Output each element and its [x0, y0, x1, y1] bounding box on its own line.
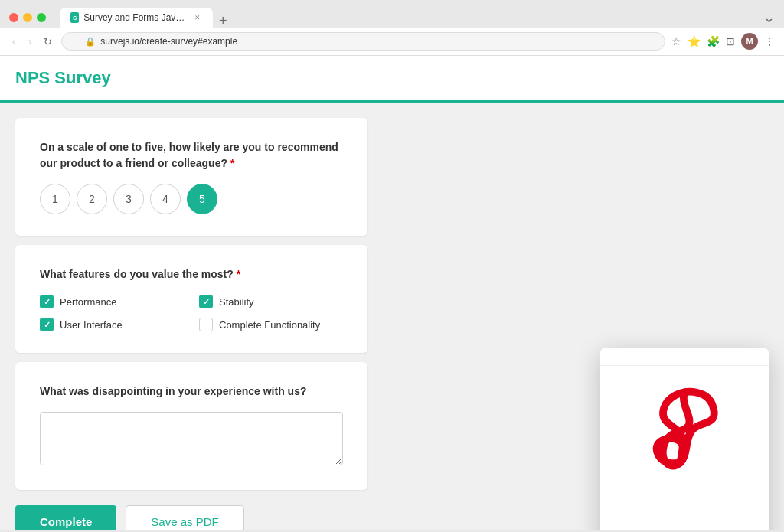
save-as-pdf-button[interactable]: Save as PDF: [126, 505, 243, 530]
rating-1-button[interactable]: 1: [40, 184, 70, 214]
checkmark-stability: ✓: [203, 297, 210, 307]
address-bar[interactable]: 🔒 survejs.io/create-survey#example: [61, 32, 665, 51]
disappointing-textarea[interactable]: [40, 412, 343, 465]
window-collapse-button[interactable]: ⌄: [763, 9, 775, 26]
checkbox-stability[interactable]: ✓ Stability: [199, 295, 343, 308]
question-2-text: What features do you value the most? *: [40, 266, 343, 282]
extensions-icon[interactable]: 🧩: [707, 35, 720, 47]
pdf-popup-body: [600, 366, 769, 501]
checkmark-ui: ✓: [44, 320, 51, 330]
checkmark-performance: ✓: [44, 297, 51, 307]
pdf-popup: ↗: [600, 348, 769, 530]
minimize-window-button[interactable]: [23, 13, 32, 22]
pdf-icon: [635, 380, 734, 479]
checkbox-cf-label: Complete Functionality: [219, 319, 320, 331]
survey-title: NPS Survey: [15, 68, 769, 88]
toolbar-icons: ☆ ⭐ 🧩 ⊡ M ⋮: [671, 33, 775, 50]
checkbox-ui-box: ✓: [40, 318, 54, 331]
back-button[interactable]: ‹: [9, 34, 19, 49]
checkbox-stability-box: ✓: [199, 295, 213, 308]
survey-header: NPS Survey: [0, 56, 784, 103]
star-icon[interactable]: ⭐: [688, 35, 701, 47]
tab-favicon-icon: S: [70, 12, 79, 23]
rating-3-button[interactable]: 3: [113, 184, 144, 214]
active-tab[interactable]: S Survey and Forms JavaScript ... ✕: [60, 8, 213, 28]
bookmark-icon[interactable]: ☆: [671, 35, 681, 47]
rating-5-button[interactable]: 5: [187, 184, 217, 214]
page-content: NPS Survey On a scale of one to five, ho…: [0, 56, 784, 530]
question-1-card: On a scale of one to five, how likely ar…: [15, 118, 368, 236]
checkbox-cf-box: [199, 318, 213, 331]
user-avatar[interactable]: M: [741, 33, 758, 50]
maximize-window-button[interactable]: [37, 13, 46, 22]
survey-body: On a scale of one to five, how likely ar…: [0, 103, 784, 530]
rating-2-button[interactable]: 2: [77, 184, 107, 214]
checkbox-stability-label: Stability: [219, 296, 254, 308]
new-tab-button[interactable]: +: [213, 14, 234, 28]
required-star-1: *: [230, 157, 234, 169]
checkbox-ui-label: User Interface: [60, 319, 122, 331]
checkbox-performance-label: Performance: [60, 296, 116, 308]
tab-bar: S Survey and Forms JavaScript ... ✕ +: [60, 8, 757, 28]
checkbox-performance-box: ✓: [40, 295, 54, 308]
lock-icon: 🔒: [85, 37, 96, 47]
refresh-button[interactable]: ↻: [41, 34, 55, 49]
question-3-card: What was disappointing in your experienc…: [15, 362, 368, 490]
close-window-button[interactable]: [9, 13, 18, 22]
forward-button[interactable]: ›: [25, 34, 35, 49]
checkbox-user-interface[interactable]: ✓ User Interface: [40, 318, 184, 331]
checkbox-complete-functionality[interactable]: Complete Functionality: [199, 318, 343, 331]
question-3-text: What was disappointing in your experienc…: [40, 383, 343, 400]
rating-row: 1 2 3 4 5: [40, 184, 343, 214]
rating-4-button[interactable]: 4: [150, 184, 181, 214]
url-text: survejs.io/create-survey#example: [100, 36, 237, 47]
tab-title: Survey and Forms JavaScript ...: [83, 12, 188, 23]
traffic-lights: [9, 13, 46, 22]
required-star-2: *: [237, 268, 240, 280]
complete-button[interactable]: Complete: [15, 505, 116, 530]
pdf-popup-header: [600, 348, 769, 366]
question-1-text: On a scale of one to five, how likely ar…: [40, 139, 343, 171]
menu-icon[interactable]: ⋮: [764, 35, 775, 47]
browser-toolbar: ‹ › ↻ 🔒 survejs.io/create-survey#example…: [0, 28, 784, 56]
window-toggle-icon[interactable]: ⊡: [726, 35, 735, 47]
checkbox-grid: ✓ Performance ✓ Stability ✓ User Inte: [40, 295, 343, 331]
question-2-card: What features do you value the most? * ✓…: [15, 245, 368, 353]
checkbox-performance[interactable]: ✓ Performance: [40, 295, 184, 308]
tab-close-button[interactable]: ✕: [194, 12, 202, 23]
